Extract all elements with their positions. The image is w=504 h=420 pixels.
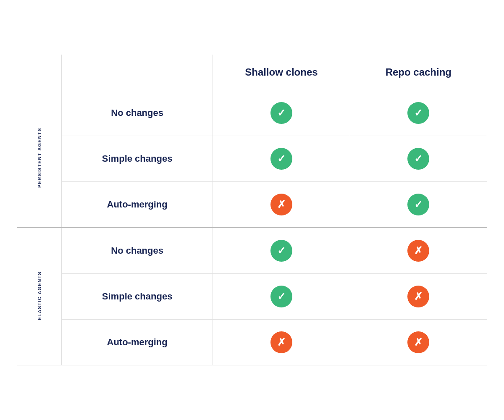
check-icon: ✓ xyxy=(407,148,429,170)
shallow-clones-elastic-agents-1: ✓ xyxy=(213,274,350,320)
row-elastic-agents-0: ELASTIC AGENTSNo changes✓✗ xyxy=(17,228,487,274)
feature-persistent-agents-1: Simple changes xyxy=(62,136,213,182)
check-icon: ✓ xyxy=(270,286,292,307)
header-row: Shallow clones Repo caching xyxy=(17,55,487,90)
feature-persistent-agents-2: Auto-merging xyxy=(62,182,213,228)
repo-caching-persistent-agents-1: ✓ xyxy=(350,136,487,182)
cross-icon: ✗ xyxy=(270,331,292,353)
row-persistent-agents-2: Auto-merging✗✓ xyxy=(17,182,487,228)
check-icon: ✓ xyxy=(270,102,292,124)
repo-caching-persistent-agents-2: ✓ xyxy=(350,182,487,228)
repo-caching-elastic-agents-2: ✗ xyxy=(350,320,487,365)
feature-elastic-agents-1: Simple changes xyxy=(62,274,213,320)
shallow-clones-persistent-agents-2: ✗ xyxy=(213,182,350,228)
corner-cell xyxy=(17,55,62,90)
row-persistent-agents-1: Simple changes✓✓ xyxy=(17,136,487,182)
row-elastic-agents-1: Simple changes✓✗ xyxy=(17,274,487,320)
check-icon: ✓ xyxy=(407,102,429,124)
shallow-clones-persistent-agents-1: ✓ xyxy=(213,136,350,182)
feature-header-empty xyxy=(62,55,213,90)
table-body: PERSISTENT AGENTSNo changes✓✓Simple chan… xyxy=(17,90,487,365)
col-header-repo-caching: Repo caching xyxy=(350,55,487,90)
group-label-persistent-agents: PERSISTENT AGENTS xyxy=(17,90,62,228)
cross-icon: ✗ xyxy=(407,286,429,307)
cross-icon: ✗ xyxy=(407,331,429,353)
check-icon: ✓ xyxy=(270,240,292,262)
shallow-clones-elastic-agents-0: ✓ xyxy=(213,228,350,274)
repo-caching-elastic-agents-0: ✗ xyxy=(350,228,487,274)
repo-caching-persistent-agents-0: ✓ xyxy=(350,90,487,136)
feature-persistent-agents-0: No changes xyxy=(62,90,213,136)
row-elastic-agents-2: Auto-merging✗✗ xyxy=(17,320,487,365)
check-icon: ✓ xyxy=(270,148,292,170)
feature-elastic-agents-0: No changes xyxy=(62,228,213,274)
row-persistent-agents-0: PERSISTENT AGENTSNo changes✓✓ xyxy=(17,90,487,136)
repo-caching-elastic-agents-1: ✗ xyxy=(350,274,487,320)
cross-icon: ✗ xyxy=(270,194,292,215)
shallow-clones-persistent-agents-0: ✓ xyxy=(213,90,350,136)
col-header-shallow-clones: Shallow clones xyxy=(213,55,350,90)
comparison-table: Shallow clones Repo caching PERSISTENT A… xyxy=(17,55,487,365)
feature-elastic-agents-2: Auto-merging xyxy=(62,320,213,365)
check-icon: ✓ xyxy=(407,194,429,215)
cross-icon: ✗ xyxy=(407,240,429,262)
shallow-clones-elastic-agents-2: ✗ xyxy=(213,320,350,365)
group-label-elastic-agents: ELASTIC AGENTS xyxy=(17,228,62,365)
